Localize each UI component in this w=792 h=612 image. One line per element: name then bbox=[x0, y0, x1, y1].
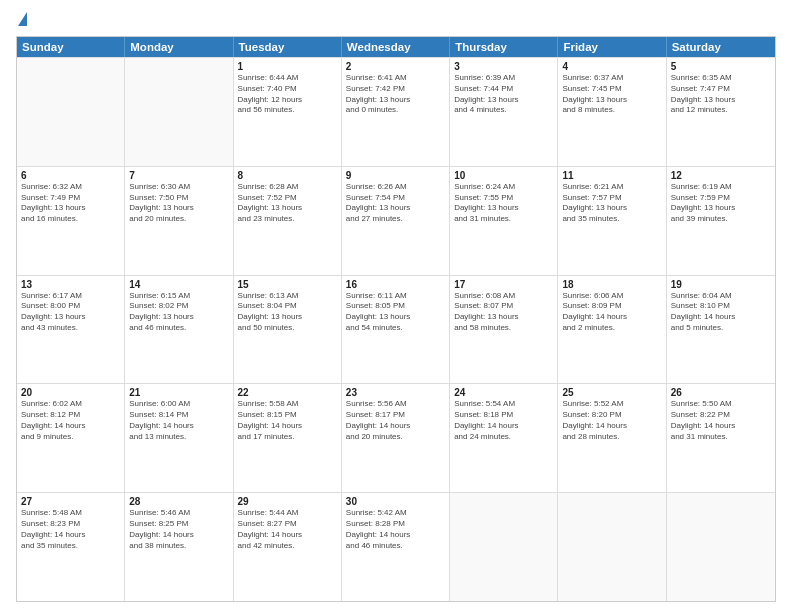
calendar-cell: 26Sunrise: 5:50 AMSunset: 8:22 PMDayligh… bbox=[667, 384, 775, 492]
calendar-cell: 22Sunrise: 5:58 AMSunset: 8:15 PMDayligh… bbox=[234, 384, 342, 492]
cell-info: Sunrise: 5:52 AMSunset: 8:20 PMDaylight:… bbox=[562, 399, 661, 442]
logo-icon bbox=[18, 12, 27, 26]
day-number: 16 bbox=[346, 279, 445, 290]
day-number: 29 bbox=[238, 496, 337, 507]
calendar-cell: 28Sunrise: 5:46 AMSunset: 8:25 PMDayligh… bbox=[125, 493, 233, 601]
cell-info: Sunrise: 5:42 AMSunset: 8:28 PMDaylight:… bbox=[346, 508, 445, 551]
calendar-cell: 8Sunrise: 6:28 AMSunset: 7:52 PMDaylight… bbox=[234, 167, 342, 275]
day-number: 17 bbox=[454, 279, 553, 290]
calendar-cell bbox=[667, 493, 775, 601]
calendar-cell bbox=[558, 493, 666, 601]
weekday-header: Wednesday bbox=[342, 37, 450, 57]
calendar-cell: 16Sunrise: 6:11 AMSunset: 8:05 PMDayligh… bbox=[342, 276, 450, 384]
weekday-header: Tuesday bbox=[234, 37, 342, 57]
day-number: 18 bbox=[562, 279, 661, 290]
calendar-cell: 5Sunrise: 6:35 AMSunset: 7:47 PMDaylight… bbox=[667, 58, 775, 166]
calendar-cell: 10Sunrise: 6:24 AMSunset: 7:55 PMDayligh… bbox=[450, 167, 558, 275]
calendar-cell bbox=[450, 493, 558, 601]
cell-info: Sunrise: 5:48 AMSunset: 8:23 PMDaylight:… bbox=[21, 508, 120, 551]
cell-info: Sunrise: 6:24 AMSunset: 7:55 PMDaylight:… bbox=[454, 182, 553, 225]
calendar-cell: 1Sunrise: 6:44 AMSunset: 7:40 PMDaylight… bbox=[234, 58, 342, 166]
calendar-cell: 21Sunrise: 6:00 AMSunset: 8:14 PMDayligh… bbox=[125, 384, 233, 492]
day-number: 21 bbox=[129, 387, 228, 398]
day-number: 1 bbox=[238, 61, 337, 72]
cell-info: Sunrise: 6:39 AMSunset: 7:44 PMDaylight:… bbox=[454, 73, 553, 116]
weekday-header: Monday bbox=[125, 37, 233, 57]
calendar-cell: 12Sunrise: 6:19 AMSunset: 7:59 PMDayligh… bbox=[667, 167, 775, 275]
calendar-cell: 7Sunrise: 6:30 AMSunset: 7:50 PMDaylight… bbox=[125, 167, 233, 275]
calendar-row: 6Sunrise: 6:32 AMSunset: 7:49 PMDaylight… bbox=[17, 166, 775, 275]
cell-info: Sunrise: 6:15 AMSunset: 8:02 PMDaylight:… bbox=[129, 291, 228, 334]
cell-info: Sunrise: 6:00 AMSunset: 8:14 PMDaylight:… bbox=[129, 399, 228, 442]
day-number: 15 bbox=[238, 279, 337, 290]
day-number: 14 bbox=[129, 279, 228, 290]
calendar-cell: 9Sunrise: 6:26 AMSunset: 7:54 PMDaylight… bbox=[342, 167, 450, 275]
day-number: 22 bbox=[238, 387, 337, 398]
cell-info: Sunrise: 5:44 AMSunset: 8:27 PMDaylight:… bbox=[238, 508, 337, 551]
cell-info: Sunrise: 6:44 AMSunset: 7:40 PMDaylight:… bbox=[238, 73, 337, 116]
cell-info: Sunrise: 6:11 AMSunset: 8:05 PMDaylight:… bbox=[346, 291, 445, 334]
cell-info: Sunrise: 6:02 AMSunset: 8:12 PMDaylight:… bbox=[21, 399, 120, 442]
calendar-row: 20Sunrise: 6:02 AMSunset: 8:12 PMDayligh… bbox=[17, 383, 775, 492]
cell-info: Sunrise: 5:50 AMSunset: 8:22 PMDaylight:… bbox=[671, 399, 771, 442]
calendar-cell bbox=[17, 58, 125, 166]
calendar-cell: 20Sunrise: 6:02 AMSunset: 8:12 PMDayligh… bbox=[17, 384, 125, 492]
calendar-cell: 23Sunrise: 5:56 AMSunset: 8:17 PMDayligh… bbox=[342, 384, 450, 492]
day-number: 19 bbox=[671, 279, 771, 290]
day-number: 27 bbox=[21, 496, 120, 507]
logo bbox=[16, 12, 27, 28]
day-number: 10 bbox=[454, 170, 553, 181]
cell-info: Sunrise: 6:17 AMSunset: 8:00 PMDaylight:… bbox=[21, 291, 120, 334]
calendar-cell: 17Sunrise: 6:08 AMSunset: 8:07 PMDayligh… bbox=[450, 276, 558, 384]
day-number: 30 bbox=[346, 496, 445, 507]
calendar-cell: 19Sunrise: 6:04 AMSunset: 8:10 PMDayligh… bbox=[667, 276, 775, 384]
day-number: 13 bbox=[21, 279, 120, 290]
calendar-cell bbox=[125, 58, 233, 166]
calendar-row: 13Sunrise: 6:17 AMSunset: 8:00 PMDayligh… bbox=[17, 275, 775, 384]
calendar-cell: 24Sunrise: 5:54 AMSunset: 8:18 PMDayligh… bbox=[450, 384, 558, 492]
weekday-header: Friday bbox=[558, 37, 666, 57]
day-number: 25 bbox=[562, 387, 661, 398]
weekday-header: Sunday bbox=[17, 37, 125, 57]
cell-info: Sunrise: 6:26 AMSunset: 7:54 PMDaylight:… bbox=[346, 182, 445, 225]
calendar-cell: 13Sunrise: 6:17 AMSunset: 8:00 PMDayligh… bbox=[17, 276, 125, 384]
day-number: 8 bbox=[238, 170, 337, 181]
calendar-body: 1Sunrise: 6:44 AMSunset: 7:40 PMDaylight… bbox=[17, 57, 775, 601]
cell-info: Sunrise: 6:13 AMSunset: 8:04 PMDaylight:… bbox=[238, 291, 337, 334]
cell-info: Sunrise: 6:28 AMSunset: 7:52 PMDaylight:… bbox=[238, 182, 337, 225]
day-number: 2 bbox=[346, 61, 445, 72]
cell-info: Sunrise: 6:04 AMSunset: 8:10 PMDaylight:… bbox=[671, 291, 771, 334]
cell-info: Sunrise: 6:08 AMSunset: 8:07 PMDaylight:… bbox=[454, 291, 553, 334]
cell-info: Sunrise: 6:06 AMSunset: 8:09 PMDaylight:… bbox=[562, 291, 661, 334]
day-number: 28 bbox=[129, 496, 228, 507]
day-number: 6 bbox=[21, 170, 120, 181]
cell-info: Sunrise: 5:56 AMSunset: 8:17 PMDaylight:… bbox=[346, 399, 445, 442]
day-number: 4 bbox=[562, 61, 661, 72]
page: SundayMondayTuesdayWednesdayThursdayFrid… bbox=[0, 0, 792, 612]
cell-info: Sunrise: 6:41 AMSunset: 7:42 PMDaylight:… bbox=[346, 73, 445, 116]
day-number: 20 bbox=[21, 387, 120, 398]
calendar-cell: 11Sunrise: 6:21 AMSunset: 7:57 PMDayligh… bbox=[558, 167, 666, 275]
calendar-cell: 3Sunrise: 6:39 AMSunset: 7:44 PMDaylight… bbox=[450, 58, 558, 166]
header bbox=[16, 12, 776, 28]
weekday-header: Saturday bbox=[667, 37, 775, 57]
calendar-cell: 25Sunrise: 5:52 AMSunset: 8:20 PMDayligh… bbox=[558, 384, 666, 492]
cell-info: Sunrise: 6:37 AMSunset: 7:45 PMDaylight:… bbox=[562, 73, 661, 116]
calendar-cell: 18Sunrise: 6:06 AMSunset: 8:09 PMDayligh… bbox=[558, 276, 666, 384]
day-number: 9 bbox=[346, 170, 445, 181]
weekday-header: Thursday bbox=[450, 37, 558, 57]
calendar-cell: 6Sunrise: 6:32 AMSunset: 7:49 PMDaylight… bbox=[17, 167, 125, 275]
calendar-cell: 2Sunrise: 6:41 AMSunset: 7:42 PMDaylight… bbox=[342, 58, 450, 166]
day-number: 24 bbox=[454, 387, 553, 398]
cell-info: Sunrise: 5:54 AMSunset: 8:18 PMDaylight:… bbox=[454, 399, 553, 442]
calendar-cell: 15Sunrise: 6:13 AMSunset: 8:04 PMDayligh… bbox=[234, 276, 342, 384]
calendar-cell: 14Sunrise: 6:15 AMSunset: 8:02 PMDayligh… bbox=[125, 276, 233, 384]
calendar-header: SundayMondayTuesdayWednesdayThursdayFrid… bbox=[17, 37, 775, 57]
cell-info: Sunrise: 5:58 AMSunset: 8:15 PMDaylight:… bbox=[238, 399, 337, 442]
calendar-cell: 4Sunrise: 6:37 AMSunset: 7:45 PMDaylight… bbox=[558, 58, 666, 166]
day-number: 3 bbox=[454, 61, 553, 72]
calendar-cell: 30Sunrise: 5:42 AMSunset: 8:28 PMDayligh… bbox=[342, 493, 450, 601]
calendar-cell: 29Sunrise: 5:44 AMSunset: 8:27 PMDayligh… bbox=[234, 493, 342, 601]
cell-info: Sunrise: 6:21 AMSunset: 7:57 PMDaylight:… bbox=[562, 182, 661, 225]
day-number: 7 bbox=[129, 170, 228, 181]
